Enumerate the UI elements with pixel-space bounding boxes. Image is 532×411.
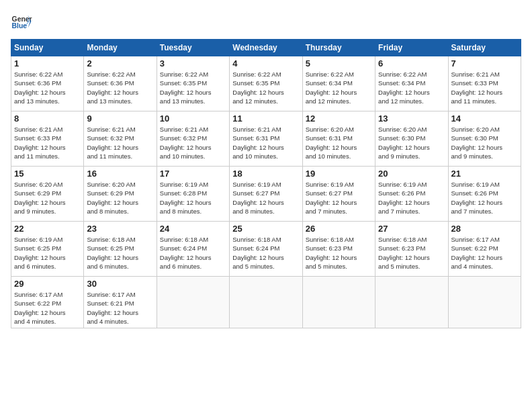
- weekday-header-row: SundayMondayTuesdayWednesdayThursdayFrid…: [11, 40, 521, 56]
- calendar-week-row: 15Sunrise: 6:20 AM Sunset: 6:29 PM Dayli…: [11, 167, 521, 222]
- day-number: 14: [451, 113, 518, 124]
- calendar-cell: 9Sunrise: 6:21 AM Sunset: 6:32 PM Daylig…: [84, 111, 157, 167]
- calendar-cell: 16Sunrise: 6:20 AM Sunset: 6:29 PM Dayli…: [84, 167, 157, 222]
- calendar-week-row: 8Sunrise: 6:21 AM Sunset: 6:33 PM Daylig…: [11, 111, 521, 167]
- day-number: 11: [232, 113, 299, 124]
- day-info: Sunrise: 6:18 AM Sunset: 6:24 PM Dayligh…: [232, 235, 299, 271]
- day-info: Sunrise: 6:17 AM Sunset: 6:21 PM Dayligh…: [87, 290, 153, 326]
- day-info: Sunrise: 6:21 AM Sunset: 6:32 PM Dayligh…: [87, 125, 153, 161]
- day-number: 4: [232, 58, 299, 68]
- day-info: Sunrise: 6:17 AM Sunset: 6:22 PM Dayligh…: [14, 290, 81, 326]
- weekday-header-friday: Friday: [375, 40, 448, 56]
- day-info: Sunrise: 6:20 AM Sunset: 6:30 PM Dayligh…: [451, 125, 518, 161]
- day-info: Sunrise: 6:19 AM Sunset: 6:28 PM Dayligh…: [160, 180, 226, 216]
- calendar-week-row: 22Sunrise: 6:19 AM Sunset: 6:25 PM Dayli…: [11, 222, 521, 277]
- day-number: 15: [14, 169, 81, 179]
- day-info: Sunrise: 6:22 AM Sunset: 6:35 PM Dayligh…: [160, 70, 226, 105]
- calendar-cell: 21Sunrise: 6:19 AM Sunset: 6:26 PM Dayli…: [448, 167, 521, 222]
- day-info: Sunrise: 6:21 AM Sunset: 6:31 PM Dayligh…: [232, 125, 299, 161]
- day-info: Sunrise: 6:22 AM Sunset: 6:36 PM Dayligh…: [87, 70, 153, 105]
- day-info: Sunrise: 6:21 AM Sunset: 6:33 PM Dayligh…: [14, 125, 81, 161]
- day-info: Sunrise: 6:19 AM Sunset: 6:26 PM Dayligh…: [378, 180, 445, 216]
- calendar-cell: 27Sunrise: 6:18 AM Sunset: 6:23 PM Dayli…: [375, 222, 448, 277]
- day-info: Sunrise: 6:21 AM Sunset: 6:32 PM Dayligh…: [160, 125, 226, 161]
- day-number: 3: [160, 58, 226, 68]
- calendar-cell: 6Sunrise: 6:22 AM Sunset: 6:34 PM Daylig…: [375, 56, 448, 111]
- day-info: Sunrise: 6:20 AM Sunset: 6:29 PM Dayligh…: [87, 180, 153, 216]
- calendar-cell: 15Sunrise: 6:20 AM Sunset: 6:29 PM Dayli…: [11, 167, 84, 222]
- day-info: Sunrise: 6:22 AM Sunset: 6:34 PM Dayligh…: [378, 70, 445, 105]
- day-info: Sunrise: 6:22 AM Sunset: 6:35 PM Dayligh…: [232, 70, 299, 105]
- day-number: 26: [306, 224, 372, 234]
- calendar-cell: 3Sunrise: 6:22 AM Sunset: 6:35 PM Daylig…: [157, 56, 229, 111]
- day-info: Sunrise: 6:20 AM Sunset: 6:31 PM Dayligh…: [306, 125, 372, 161]
- day-number: 13: [378, 113, 445, 124]
- day-info: Sunrise: 6:18 AM Sunset: 6:23 PM Dayligh…: [378, 235, 445, 271]
- day-info: Sunrise: 6:19 AM Sunset: 6:27 PM Dayligh…: [306, 180, 372, 216]
- day-number: 28: [451, 224, 518, 234]
- calendar-week-row: 29Sunrise: 6:17 AM Sunset: 6:22 PM Dayli…: [11, 277, 521, 328]
- svg-text:Blue: Blue: [12, 22, 28, 30]
- calendar-cell: 17Sunrise: 6:19 AM Sunset: 6:28 PM Dayli…: [157, 167, 229, 222]
- calendar-cell: 25Sunrise: 6:18 AM Sunset: 6:24 PM Dayli…: [230, 222, 302, 277]
- calendar-cell: 5Sunrise: 6:22 AM Sunset: 6:34 PM Daylig…: [302, 56, 375, 111]
- day-number: 10: [160, 113, 226, 124]
- day-number: 7: [451, 58, 518, 68]
- logo: General Blue: [11, 11, 32, 32]
- day-number: 5: [306, 58, 372, 68]
- calendar-cell: 18Sunrise: 6:19 AM Sunset: 6:27 PM Dayli…: [230, 167, 302, 222]
- calendar-cell: [230, 277, 302, 328]
- calendar-cell: [302, 277, 375, 328]
- calendar-cell: 14Sunrise: 6:20 AM Sunset: 6:30 PM Dayli…: [448, 111, 521, 167]
- day-number: 9: [87, 113, 153, 124]
- weekday-header-sunday: Sunday: [11, 40, 84, 56]
- day-info: Sunrise: 6:19 AM Sunset: 6:25 PM Dayligh…: [14, 235, 81, 271]
- day-info: Sunrise: 6:22 AM Sunset: 6:36 PM Dayligh…: [14, 70, 81, 105]
- calendar-cell: 13Sunrise: 6:20 AM Sunset: 6:30 PM Dayli…: [375, 111, 448, 167]
- day-info: Sunrise: 6:18 AM Sunset: 6:25 PM Dayligh…: [87, 235, 153, 271]
- day-number: 8: [14, 113, 81, 124]
- day-info: Sunrise: 6:17 AM Sunset: 6:22 PM Dayligh…: [451, 235, 518, 271]
- day-info: Sunrise: 6:18 AM Sunset: 6:23 PM Dayligh…: [306, 235, 372, 271]
- calendar-cell: 19Sunrise: 6:19 AM Sunset: 6:27 PM Dayli…: [302, 167, 375, 222]
- weekday-header-thursday: Thursday: [302, 40, 375, 56]
- calendar-cell: 2Sunrise: 6:22 AM Sunset: 6:36 PM Daylig…: [84, 56, 157, 111]
- day-info: Sunrise: 6:19 AM Sunset: 6:27 PM Dayligh…: [232, 180, 299, 216]
- day-info: Sunrise: 6:19 AM Sunset: 6:26 PM Dayligh…: [451, 180, 518, 216]
- calendar-cell: 7Sunrise: 6:21 AM Sunset: 6:33 PM Daylig…: [448, 56, 521, 111]
- calendar-cell: [448, 277, 521, 328]
- svg-text:General: General: [12, 15, 32, 23]
- day-number: 18: [232, 169, 299, 179]
- calendar-cell: [375, 277, 448, 328]
- calendar-cell: 30Sunrise: 6:17 AM Sunset: 6:21 PM Dayli…: [84, 277, 157, 328]
- calendar-cell: 12Sunrise: 6:20 AM Sunset: 6:31 PM Dayli…: [302, 111, 375, 167]
- day-number: 25: [232, 224, 299, 234]
- page-header: General Blue: [11, 11, 521, 32]
- calendar-cell: 1Sunrise: 6:22 AM Sunset: 6:36 PM Daylig…: [11, 56, 84, 111]
- weekday-header-tuesday: Tuesday: [157, 40, 229, 56]
- day-info: Sunrise: 6:18 AM Sunset: 6:24 PM Dayligh…: [160, 235, 226, 271]
- logo-icon: General Blue: [11, 11, 32, 32]
- day-info: Sunrise: 6:22 AM Sunset: 6:34 PM Dayligh…: [306, 70, 372, 105]
- calendar-cell: 28Sunrise: 6:17 AM Sunset: 6:22 PM Dayli…: [448, 222, 521, 277]
- day-number: 6: [378, 58, 445, 68]
- day-number: 16: [87, 169, 153, 179]
- day-number: 20: [378, 169, 445, 179]
- day-number: 22: [14, 224, 81, 234]
- day-number: 17: [160, 169, 226, 179]
- calendar-table: SundayMondayTuesdayWednesdayThursdayFrid…: [11, 39, 521, 328]
- weekday-header-monday: Monday: [84, 40, 157, 56]
- weekday-header-saturday: Saturday: [448, 40, 521, 56]
- day-info: Sunrise: 6:20 AM Sunset: 6:30 PM Dayligh…: [378, 125, 445, 161]
- calendar-cell: 23Sunrise: 6:18 AM Sunset: 6:25 PM Dayli…: [84, 222, 157, 277]
- day-number: 1: [14, 58, 81, 68]
- calendar-cell: 11Sunrise: 6:21 AM Sunset: 6:31 PM Dayli…: [230, 111, 302, 167]
- day-info: Sunrise: 6:20 AM Sunset: 6:29 PM Dayligh…: [14, 180, 81, 216]
- day-number: 19: [306, 169, 372, 179]
- day-number: 30: [87, 279, 153, 289]
- calendar-cell: 8Sunrise: 6:21 AM Sunset: 6:33 PM Daylig…: [11, 111, 84, 167]
- day-number: 12: [306, 113, 372, 124]
- day-info: Sunrise: 6:21 AM Sunset: 6:33 PM Dayligh…: [451, 70, 518, 105]
- day-number: 24: [160, 224, 226, 234]
- calendar-cell: 10Sunrise: 6:21 AM Sunset: 6:32 PM Dayli…: [157, 111, 229, 167]
